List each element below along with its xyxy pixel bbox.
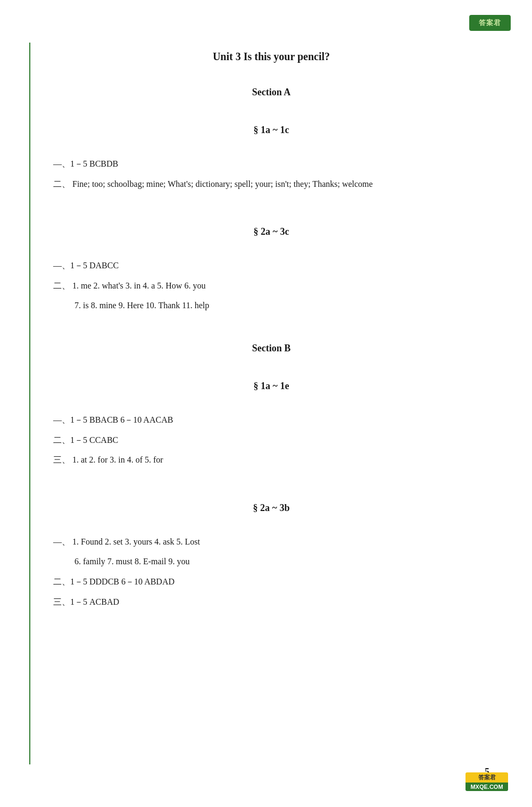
answer-content: 7. is 8. mine 9. Here 10. Thank 11. help [74,301,209,310]
prefix: —、1－5 [53,159,89,168]
bottom-logo: 答案君 MXQE.COM [463,767,511,796]
answer-content: Fine; too; schoolbag; mine; What's; dict… [72,179,373,188]
section-a-title: Section A [53,87,489,98]
answer-sb-1a-2: 二、1－5 CCABC [53,433,489,447]
answer-sb-2a-3: 二、1－5 DDDCB 6－10 ABDAD [53,575,489,589]
subsection-2a-3b-title: § 2a ~ 3b [53,503,489,514]
answer-sa-1a-1: —、1－5 BCBDB [53,157,489,171]
badge-text: 答案君 [479,19,501,27]
answer-sa-2a-3: 7. is 8. mine 9. Here 10. Thank 11. help [53,299,489,312]
logo-bottom-text: MXQE.COM [466,783,508,791]
prefix: 二、1－5 [53,577,89,586]
answer-content: DABCC [89,261,119,270]
prefix: 二、1－5 [53,435,89,444]
answer-sb-2a-4: 三、1－5 ACBAD [53,595,489,609]
answer-sb-2a-1: —、 1. Found 2. set 3. yours 4. ask 5. Lo… [53,535,489,549]
page: 答案君 Unit 3 Is this your pencil? Section … [0,0,532,807]
answer-sa-1a-2: 二、 Fine; too; schoolbag; mine; What's; d… [53,177,489,191]
answer-content: 1. me 2. what's 3. in 4. a 5. How 6. you [72,281,205,290]
logo-top-text: 答案君 [466,772,508,783]
subsection-1a-1c-title: § 1a ~ 1c [53,125,489,136]
subsection-2a-3c-title: § 2a ~ 3c [53,226,489,237]
answer-content: BBACB 6－10 AACAB [89,415,173,424]
unit-title: Unit 3 Is this your pencil? [53,51,489,63]
left-border-decoration [29,43,30,764]
main-content: Unit 3 Is this your pencil? Section A § … [43,32,489,608]
answer-sb-1a-3: 三、 1. at 2. for 3. in 4. of 5. for [53,453,489,467]
answer-sa-2a-1: —、1－5 DABCC [53,259,489,273]
answer-sb-1a-1: —、1－5 BBACB 6－10 AACAB [53,413,489,427]
answer-sb-2a-2: 6. family 7. must 8. E-mail 9. you [53,555,489,569]
answer-content: 1. Found 2. set 3. yours 4. ask 5. Lost [72,537,200,546]
answer-content: 6. family 7. must 8. E-mail 9. you [74,557,189,566]
top-badge: 答案君 [469,15,511,31]
section-b-title: Section B [53,343,489,354]
prefix: 二、 [53,281,70,290]
prefix: 三、 [53,455,70,464]
answer-content: 1. at 2. for 3. in 4. of 5. for [72,455,163,464]
answer-content: ACBAD [89,597,119,606]
subsection-1a-1e-title: § 1a ~ 1e [53,381,489,392]
prefix: —、 [53,537,70,546]
answer-content: BCBDB [89,159,118,168]
prefix: 二、 [53,179,70,188]
prefix: —、1－5 [53,415,89,424]
prefix: 三、1－5 [53,597,89,606]
answer-sa-2a-2: 二、 1. me 2. what's 3. in 4. a 5. How 6. … [53,279,489,293]
answer-content: DDDCB 6－10 ABDAD [89,577,174,586]
answer-content: CCABC [89,435,118,444]
prefix: —、1－5 [53,261,89,270]
